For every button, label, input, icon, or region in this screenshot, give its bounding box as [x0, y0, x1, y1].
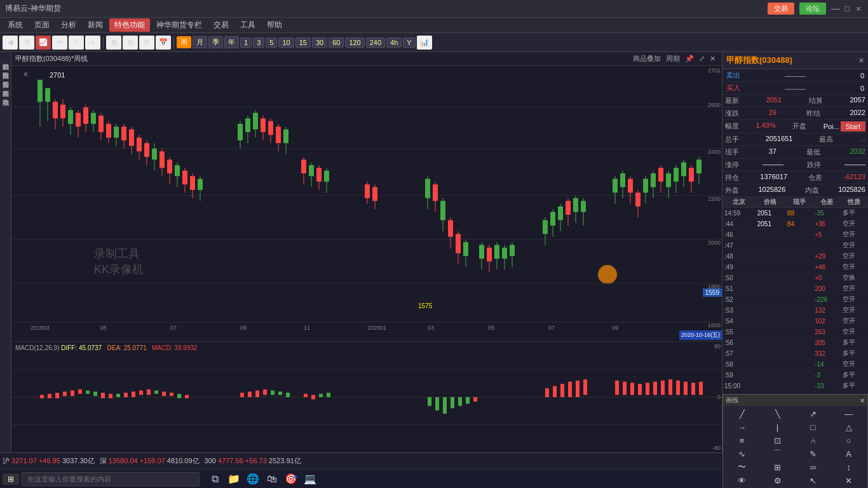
menu-page[interactable]: 页面: [29, 18, 55, 32]
taskbar-store[interactable]: 🛍: [264, 471, 280, 487]
period-year[interactable]: 年: [224, 36, 239, 48]
trade-row: :56 205 多平: [722, 337, 868, 348]
menu-trade[interactable]: 交易: [208, 18, 234, 32]
taskbar-search-input[interactable]: [22, 472, 200, 486]
period-4h[interactable]: 4h: [386, 37, 402, 48]
add-product-btn[interactable]: 商品叠加: [630, 54, 663, 64]
period-season[interactable]: 季: [208, 36, 223, 48]
tb-back[interactable]: ◀: [3, 36, 18, 50]
taskbar-task-view[interactable]: ⧉: [207, 471, 222, 487]
period-yue[interactable]: 月: [193, 36, 207, 48]
chart-pin[interactable]: 📌: [682, 55, 696, 63]
sidebar-hot[interactable]: 热点功能: [0, 90, 11, 98]
svg-rect-43: [175, 165, 180, 176]
svg-rect-67: [309, 165, 314, 176]
tb-chart-type[interactable]: 📊: [417, 36, 432, 50]
trade-price: [756, 262, 785, 273]
svg-rect-169: [435, 397, 439, 410]
draw-curve-btn[interactable]: ∿: [724, 447, 759, 460]
panel-close-btn[interactable]: ✕: [858, 57, 864, 65]
draw-fork-btn[interactable]: ⑃: [796, 434, 831, 447]
period-y[interactable]: Y: [403, 37, 415, 48]
trade-row: :46 +5 空开: [722, 229, 868, 240]
period-zhou[interactable]: 周: [177, 36, 191, 48]
draw-vert-btn[interactable]: |: [760, 421, 795, 433]
draw-panel-header[interactable]: 画线 ✕: [723, 395, 867, 406]
draw-arrow-btn[interactable]: ↗: [796, 407, 831, 420]
draw-diagonal-btn[interactable]: ╲: [760, 407, 795, 420]
svg-rect-117: [635, 193, 641, 207]
draw-rect-btn[interactable]: □: [796, 421, 831, 433]
menu-special[interactable]: 特色功能: [109, 18, 150, 32]
sell-row: 卖出 ——— 0: [722, 69, 868, 82]
draw-delete-btn[interactable]: ✕: [831, 474, 866, 487]
period-5[interactable]: 5: [266, 37, 277, 48]
period-30[interactable]: 30: [312, 37, 327, 48]
menu-analysis[interactable]: 分析: [56, 18, 81, 32]
taskbar-app2[interactable]: 💻: [302, 471, 318, 487]
tb-line-active[interactable]: 📈: [36, 36, 51, 50]
period-3[interactable]: 3: [253, 37, 264, 48]
close-button[interactable]: ×: [854, 4, 863, 13]
taskbar-file-mgr[interactable]: 📁: [226, 471, 241, 487]
draw-ray-btn[interactable]: →: [724, 421, 759, 433]
tb-refresh[interactable]: ↺: [19, 36, 34, 50]
draw-h-line-btn[interactable]: ═: [796, 461, 831, 473]
draw-text-btn[interactable]: A: [831, 447, 866, 460]
chart-expand[interactable]: ⤢: [696, 55, 707, 63]
start-button[interactable]: Start: [841, 121, 865, 132]
exchange-button[interactable]: 交易: [768, 3, 794, 15]
tb-new[interactable]: +: [85, 36, 100, 50]
maximize-button[interactable]: □: [843, 4, 851, 13]
draw-channel-btn[interactable]: ⊡: [760, 434, 795, 447]
tb-compare[interactable]: ⊟: [123, 36, 138, 50]
forum-button[interactable]: 论坛: [799, 3, 826, 15]
draw-eye-btn[interactable]: 👁: [724, 474, 759, 487]
taskbar-browser[interactable]: 🌐: [245, 471, 261, 487]
draw-gear-btn[interactable]: ⚙: [760, 474, 795, 487]
start-button-taskbar[interactable]: ⊞: [3, 473, 19, 485]
menu-shenhua[interactable]: 神华期货专栏: [151, 18, 207, 32]
period-1[interactable]: 1: [240, 37, 252, 48]
tb-filter[interactable]: ▽: [69, 36, 84, 50]
sidebar-my-func[interactable]: 我的功能: [0, 55, 11, 62]
draw-segment-btn[interactable]: —: [831, 407, 866, 420]
draw-measure-btn[interactable]: ↕: [831, 461, 866, 473]
tb-date[interactable]: 📅: [156, 36, 171, 50]
draw-panel-close[interactable]: ✕: [860, 397, 865, 404]
period-btn[interactable]: 周期: [663, 54, 682, 64]
period-240[interactable]: 240: [366, 37, 385, 48]
sidebar-index[interactable]: 国期指数: [0, 64, 11, 71]
minimize-button[interactable]: —: [831, 4, 840, 13]
menu-help[interactable]: 帮助: [262, 18, 287, 32]
tb-grid[interactable]: ⊞: [106, 36, 121, 50]
draw-ellipse-btn[interactable]: ○: [831, 434, 866, 447]
menu-news[interactable]: 新闻: [83, 18, 108, 32]
trade-price: 2051: [756, 219, 785, 229]
draw-fib-btn[interactable]: ≡: [724, 434, 759, 447]
sidebar-options[interactable]: 期权功能: [0, 81, 11, 89]
tb-settings[interactable]: ⚙: [139, 36, 154, 50]
draw-cursor-btn[interactable]: ↖: [796, 474, 831, 487]
chart-close[interactable]: ✕: [707, 55, 718, 63]
trade-vol: [785, 348, 813, 359]
tb-draw[interactable]: ✏: [52, 36, 67, 50]
sidebar-stock-futures[interactable]: 股指期货: [0, 72, 11, 80]
menu-system[interactable]: 系统: [3, 18, 28, 32]
trade-chg: 102: [813, 316, 840, 327]
info-limit: 涨停 ——— 跌停 ———: [722, 159, 868, 172]
draw-line-btn[interactable]: ╱: [724, 407, 759, 420]
menu-tools[interactable]: 工具: [235, 18, 261, 32]
period-120[interactable]: 120: [345, 37, 364, 48]
draw-triangle-btn[interactable]: △: [831, 421, 866, 433]
period-10[interactable]: 10: [278, 37, 294, 48]
svg-rect-187: [661, 381, 665, 395]
period-15[interactable]: 15: [295, 37, 311, 48]
draw-pen-btn[interactable]: ✎: [796, 447, 831, 460]
draw-multi-btn[interactable]: ⊞: [760, 461, 795, 473]
draw-arc-btn[interactable]: ⌒: [760, 447, 795, 460]
taskbar-app1[interactable]: 🎯: [283, 471, 299, 487]
trade-dir: 空开: [841, 229, 868, 240]
period-60[interactable]: 60: [329, 37, 344, 48]
draw-wave-btn[interactable]: 〜: [724, 461, 759, 473]
